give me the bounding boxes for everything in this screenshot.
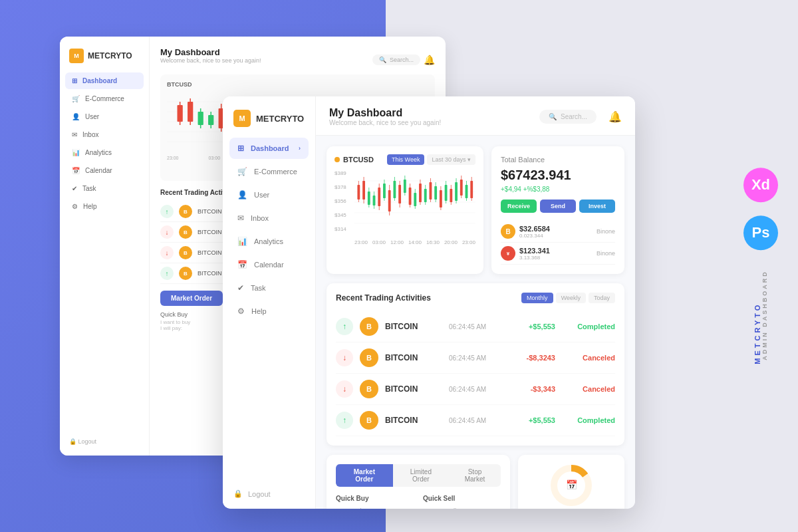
fg-nav-ecommerce[interactable]: 🛒 E-Commerce: [229, 161, 309, 182]
brand-side: Xd Ps METCRYTO ADMIN DASHBOARD: [743, 168, 778, 364]
coin-badge-2: B: [360, 348, 378, 367]
x-labels: 23:0003:0012:0014:0016:3020:0023:00: [354, 239, 475, 245]
tab-monthly[interactable]: Monthly: [521, 293, 553, 303]
bg-bell-icon: 🔔: [424, 55, 435, 65]
fg-sidebar: M METCRYTO ⊞ Dashboard › 🛒 E-Commerce 👤 …: [223, 96, 316, 509]
view-tabs: Monthly Weekly Today: [521, 293, 615, 303]
invest-btn[interactable]: Invest: [579, 200, 615, 213]
chart-area: 23:0003:0012:0014:0016:3020:0023:00: [354, 170, 475, 245]
ps-icon: Ps: [743, 215, 778, 250]
bg-sidebar: M METCRYTO ⊞ Dashboard 🛒 E-Commerce 👤 Us…: [60, 37, 150, 456]
btc-icon: B: [501, 224, 515, 239]
widgets-row: BTCUSD This Week Last 30 days ▾ $389$378…: [327, 146, 624, 274]
tab-today[interactable]: Today: [589, 293, 615, 303]
tab-market-order[interactable]: Market Order: [336, 464, 393, 487]
btc-label: BTCUSD: [334, 156, 374, 164]
bg-nav-analytics[interactable]: 📊 Analytics: [65, 144, 144, 161]
activities-widget: 📅 15% Other Activities ∧ 📅: [518, 455, 624, 509]
fg-main: My Dashboard Welcome back, nice to see y…: [316, 96, 635, 509]
tab-weekly[interactable]: Weekly: [556, 293, 586, 303]
tab-limited-order[interactable]: Limited Order: [393, 464, 449, 487]
fg-header: My Dashboard Welcome back, nice to see y…: [316, 96, 635, 136]
trade-row-2: ↓ B BITCOIN 06:24:45 AM -$8,3243 Cancele…: [336, 342, 615, 374]
btc-dot: [334, 157, 340, 162]
fg-nav-calendar[interactable]: 📅 Calendar: [229, 254, 309, 275]
order-widget: Market Order Limited Order Stop Market Q…: [327, 455, 510, 509]
coin-row-eth: ¥ $123.341 3.13.368 Binone: [501, 243, 615, 265]
eth-icon: ¥: [501, 246, 515, 261]
bg-nav: ⊞ Dashboard 🛒 E-Commerce 👤 User ✉ Inbox …: [60, 72, 149, 215]
fg-nav-analytics[interactable]: 📊 Analytics: [229, 231, 309, 252]
order-tabs: Market Order Limited Order Stop Market: [336, 464, 501, 487]
trade-row-1: ↑ B BITCOIN 06:24:45 AM +$5,553 Complete…: [336, 311, 615, 342]
bg-page-title: My Dashboard Welcome back, nice to see y…: [160, 47, 261, 72]
bg-nav-user[interactable]: 👤 User: [65, 108, 144, 125]
fg-logo-icon: M: [233, 110, 251, 127]
bg-nav-task[interactable]: ✔ Task: [65, 180, 144, 197]
bg-logo-icon: M: [69, 49, 84, 63]
fg-logo: M METCRYTO: [223, 96, 315, 138]
period-tab-week[interactable]: This Week: [387, 154, 424, 165]
y-axis: $389$378$356$345$314: [334, 170, 353, 232]
balance-title: Total Balance: [501, 156, 615, 164]
period-tab-30[interactable]: Last 30 days ▾: [427, 154, 475, 165]
arrow-up-4: ↑: [336, 412, 353, 429]
coin-badge-4: B: [360, 411, 378, 430]
fg-logout[interactable]: 🔒 Logout: [223, 479, 315, 509]
fg-nav-inbox[interactable]: ✉ Inbox: [229, 207, 309, 229]
bg-nav-dashboard[interactable]: ⊞ Dashboard: [65, 72, 144, 89]
xd-icon: Xd: [743, 168, 778, 202]
bg-logout[interactable]: 🔒 Logout: [69, 438, 96, 445]
balance-widget: Total Balance $67423.941 +$4,94 +%$3,88 …: [491, 146, 624, 274]
fg-search[interactable]: 🔍 Search...: [539, 110, 597, 124]
send-btn[interactable]: Send: [540, 200, 576, 213]
arrow-up-1: ↑: [336, 318, 353, 335]
sell-field-1: I want to sell 1.000000 FYN: [423, 507, 501, 509]
svg-text:📅: 📅: [566, 479, 578, 491]
fg-nav-task[interactable]: ✔ Task: [229, 277, 309, 299]
bg-nav-ecommerce[interactable]: 🛒 E-Commerce: [65, 90, 144, 107]
btc-chart-widget: BTCUSD This Week Last 30 days ▾ $389$378…: [327, 146, 483, 274]
chart-wrapper: $389$378$356$345$314: [334, 170, 475, 245]
eth-info: $123.341 3.13.368: [519, 247, 593, 261]
donut-chart-1: 📅: [550, 464, 593, 507]
trading-title: Recent Trading Activities: [336, 293, 431, 303]
buy-col: Quick Buy I want to buy 1.000000 LTC I w…: [336, 495, 414, 509]
bg-nav-calendar[interactable]: 📅 Calendar: [65, 162, 144, 179]
sell-col: Quick Sell I want to sell 1.000000 FYN I…: [423, 495, 501, 509]
period-tabs: This Week Last 30 days ▾: [387, 154, 475, 165]
fg-nav-dashboard[interactable]: ⊞ Dashboard ›: [229, 138, 309, 159]
btc-info: $32.6584 0.023.344: [519, 225, 593, 239]
bg-logo: M METCRYTO: [60, 37, 149, 72]
bg-market-order-btn[interactable]: Market Order: [160, 291, 223, 306]
fg-bell-icon: 🔔: [608, 110, 622, 123]
buy-field-1: I want to buy 1.000000 LTC: [336, 507, 414, 509]
arrow-down-2: ↓: [336, 349, 353, 366]
balance-amount: $67423.941: [501, 168, 615, 183]
quick-sell-label: Quick Sell: [423, 495, 501, 502]
tab-stop-market[interactable]: Stop Market: [449, 464, 501, 487]
fg-nav: ⊞ Dashboard › 🛒 E-Commerce 👤 User ✉ Inbo…: [223, 138, 315, 479]
arrow-down-3: ↓: [336, 380, 353, 398]
balance-actions: Receive Send Invest: [501, 200, 615, 213]
fg-content: BTCUSD This Week Last 30 days ▾ $389$378…: [316, 136, 635, 509]
fg-subtitle: Welcome back, nice to see you again!: [329, 119, 441, 126]
bg-nav-help[interactable]: ⚙ Help: [65, 198, 144, 215]
coin-badge-1: B: [360, 317, 378, 336]
bg-header: My Dashboard Welcome back, nice to see y…: [160, 47, 435, 72]
fg-nav-help[interactable]: ⚙ Help: [229, 301, 309, 322]
brand-vertical-text: METCRYTO ADMIN DASHBOARD: [753, 270, 768, 364]
foreground-card: M METCRYTO ⊞ Dashboard › 🛒 E-Commerce 👤 …: [223, 96, 635, 509]
bg-nav-inbox[interactable]: ✉ Inbox: [65, 126, 144, 143]
coin-row-btc: B $32.6584 0.023.344 Binone: [501, 221, 615, 243]
bottom-row: Market Order Limited Order Stop Market Q…: [327, 455, 624, 509]
quick-buy-label: Quick Buy: [336, 495, 414, 502]
trading-header: Recent Trading Activities Monthly Weekly…: [336, 293, 615, 303]
order-cols: Quick Buy I want to buy 1.000000 LTC I w…: [336, 495, 501, 509]
receive-btn[interactable]: Receive: [501, 200, 537, 213]
fg-nav-user[interactable]: 👤 User: [229, 184, 309, 205]
fg-page-title: My Dashboard: [329, 107, 441, 119]
trade-row-4: ↑ B BITCOIN 06:24:45 AM +$5,553 Complete…: [336, 405, 615, 436]
bg-search[interactable]: 🔍 Search...: [372, 55, 420, 65]
coin-badge-3: B: [360, 380, 378, 398]
